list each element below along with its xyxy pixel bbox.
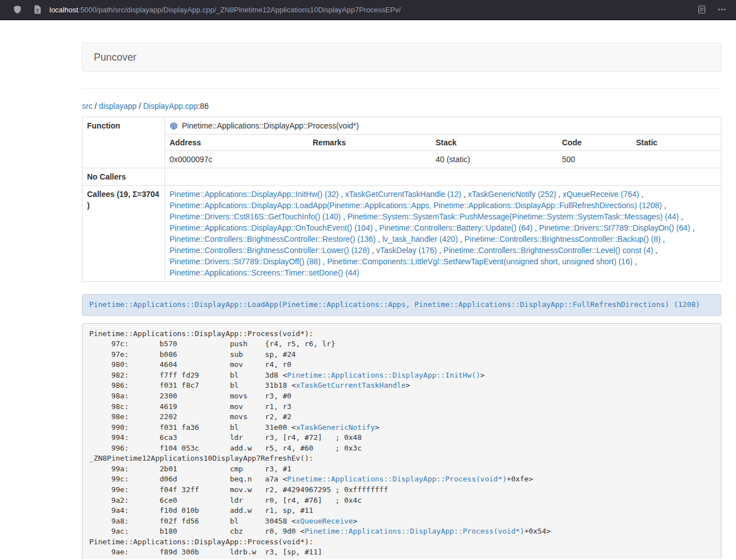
asm-symbol-link[interactable]: xQueueReceive [296, 517, 353, 525]
stats-row: 0x0000097c 40 (static) 500 [165, 151, 721, 168]
callee-link[interactable]: Pinetime::Controllers::BrightnessControl… [170, 235, 376, 244]
function-row-label: Function [83, 117, 165, 168]
brand-link[interactable]: Puncover [83, 43, 148, 71]
asm-line: 994: 6ca3 ldr r3, [r4, #72] ; 0x48 [89, 433, 714, 443]
reader-glyph [697, 5, 706, 14]
callee-separator: , [458, 235, 465, 244]
browser-toolbar: localhost:5000/path/src/displayapp/Displ… [0, 0, 736, 20]
callee-link[interactable]: lv_task_handler (420) [382, 235, 458, 244]
callee-link[interactable]: Pinetime::Components::LittleVgl::SetNewT… [327, 257, 633, 266]
callee-separator: , [461, 190, 468, 199]
callee-separator: , [661, 235, 665, 244]
function-cell: Pinetime::Applications::DisplayApp::Proc… [165, 117, 721, 168]
asm-symbol-link[interactable]: Pinetime::Applications::DisplayApp::Init… [287, 371, 480, 379]
callee-link[interactable]: xTaskGetCurrentTaskHandle (12) [345, 190, 461, 199]
callee-separator: , [437, 246, 444, 255]
asm-line: 97c: b570 push {r4, r5, r6, lr} [89, 339, 714, 350]
shield-glyph [13, 5, 22, 14]
content-container: Puncover src / displayapp / DisplayApp.c… [82, 43, 721, 559]
callee-separator: , [339, 190, 345, 199]
asm-line: 9a8: f02f fd56 bl 30458 <xQueueReceive> [89, 516, 714, 527]
asm-line: 99e: f04f 32ff mov.w r2, #4294967295 ; 0… [89, 485, 714, 495]
asm-symbol-link[interactable]: Pinetime::Applications::DisplayApp::Proc… [287, 475, 506, 483]
column-header-code: Code [557, 135, 632, 151]
asm-line: 98a: 2300 movs r3, #0 [89, 391, 714, 402]
page-glyph [34, 5, 42, 14]
highlighted-callee-link[interactable]: Pinetime::Applications::DisplayApp::Load… [89, 300, 700, 309]
callee-link[interactable]: xQueueReceive (764) [563, 190, 639, 199]
callee-link[interactable]: vTaskDelay (176) [376, 246, 437, 255]
callee-link[interactable]: Pinetime::Drivers::Cst816S::GetTouchInfo… [170, 212, 341, 221]
reader-mode-icon[interactable] [696, 3, 708, 16]
function-title: Pinetime::Applications::DisplayApp::Proc… [165, 117, 721, 135]
breadcrumb-link-displayapp[interactable]: displayapp [99, 102, 136, 111]
callee-link[interactable]: Pinetime::Applications::DisplayApp::Load… [170, 201, 662, 210]
url-bar[interactable]: localhost:5000/path/src/displayapp/Displ… [49, 6, 689, 14]
callee-link[interactable]: Pinetime::Applications::DisplayApp::Init… [170, 190, 339, 199]
page: Puncover src / displayapp / DisplayApp.c… [0, 20, 736, 559]
url-path: :5000/path/src/displayapp/DisplayApp.cpp… [78, 6, 401, 14]
asm-line: 99a: 2b01 cmp r3, #1 [89, 464, 714, 475]
asm-line: 980: 4604 mov r4, r0 [89, 360, 714, 370]
asm-line: 982: f7ff fd29 bl 3d8 <Pinetime::Applica… [89, 370, 714, 381]
callee-separator: , [373, 223, 380, 232]
callee-separator: , [679, 212, 683, 221]
callee-link[interactable]: Pinetime::Applications::DisplayApp::OnTo… [170, 223, 373, 232]
callee-link[interactable]: Pinetime::Controllers::Battery::Update()… [380, 223, 533, 232]
callee-link[interactable]: Pinetime::Controllers::BrightnessControl… [464, 235, 660, 244]
callee-link[interactable]: Pinetime::Drivers::St7789::DisplayOff() … [170, 257, 321, 266]
stack-cell: 40 (static) [431, 151, 557, 168]
breadcrumb: src / displayapp / DisplayApp.cpp:86 [82, 100, 721, 112]
callee-separator: , [321, 257, 327, 266]
callee-link[interactable]: Pinetime::Controllers::BrightnessControl… [444, 246, 653, 255]
asm-symbol-link[interactable]: Pinetime::Applications::DisplayApp::Proc… [305, 527, 524, 535]
breadcrumb-separator: / [136, 102, 143, 111]
asm-line: 986: f031 f8c7 bl 31b18 <xTaskGetCurrent… [89, 380, 714, 391]
asm-line: 9a4: f10d 010b add.w r1, sp, #11 [89, 506, 714, 516]
asm-symbol-link[interactable]: xTaskGenericNotify [296, 423, 375, 432]
callees-row: Callees (19, Σ=3704 ) Pinetime::Applicat… [83, 186, 721, 282]
callee-link[interactable]: Pinetime::Applications::Screens::Timer::… [170, 268, 359, 277]
no-callers-label: No Callers [83, 168, 165, 186]
column-header-address: Address [165, 135, 308, 151]
static-cell [632, 151, 721, 168]
breadcrumb-separator: / [93, 102, 99, 111]
callee-separator: , [369, 246, 376, 255]
asm-line: 990: f031 fa36 bl 31e00 <xTaskGenericNot… [89, 423, 714, 433]
callee-separator: , [633, 257, 637, 266]
callee-link[interactable]: xTaskGenericNotify (252) [468, 190, 556, 199]
symbol-table: Function Pinetime::Applications::Display… [82, 117, 721, 282]
tracking-protection-shield-icon[interactable] [11, 3, 24, 16]
function-icon [170, 122, 178, 130]
asm-symbol-link[interactable]: xTaskGetCurrentTaskHandle [296, 381, 406, 389]
callee-separator: , [653, 246, 657, 255]
callee-link[interactable]: Pinetime::Drivers::St7789::DisplayOn() (… [539, 223, 690, 232]
breadcrumb-link-src[interactable]: src [82, 102, 93, 111]
callee-separator: , [533, 223, 540, 232]
callers-cell [165, 168, 721, 186]
page-info-icon[interactable] [31, 3, 44, 16]
callee-separator: , [556, 190, 563, 199]
asm-line: 9b2: 2b0a cmp r3, #10 [89, 558, 714, 559]
asm-line: Pinetime::Applications::DisplayApp::Proc… [89, 329, 714, 339]
breadcrumb-link-displayapp-cpp[interactable]: DisplayApp.cpp [143, 102, 198, 111]
callees-cell: Pinetime::Applications::DisplayApp::Init… [165, 186, 721, 282]
column-header-remarks: Remarks [308, 135, 431, 151]
navbar: Puncover [82, 43, 721, 72]
url-host: localhost [49, 6, 78, 14]
address-cell: 0x0000097c [165, 151, 308, 168]
more-menu-icon[interactable] [716, 3, 728, 16]
callee-link[interactable]: Pinetime::System::SystemTask::PushMessag… [348, 212, 679, 221]
callee-separator: , [691, 223, 695, 232]
asm-line: 98e: 2202 movs r2, #2 [89, 412, 714, 423]
asm-line: 9ac: b180 cbz r0, 9d0 <Pinetime::Applica… [89, 526, 714, 537]
callee-separator: , [376, 235, 382, 244]
function-stats-table: AddressRemarksStackCodeStatic 0x0000097c… [165, 135, 721, 168]
asm-line: Pinetime::Applications::DisplayApp::Proc… [89, 537, 714, 548]
callee-link[interactable]: Pinetime::Controllers::BrightnessControl… [170, 246, 369, 255]
breadcrumb-line-number: :86 [198, 102, 208, 111]
cube-glyph [170, 122, 178, 130]
remarks-cell [308, 151, 431, 168]
disassembly-block: Pinetime::Applications::DisplayApp::Proc… [82, 323, 721, 559]
asm-line: 99c: d06d beq.n a7a <Pinetime::Applicati… [89, 474, 714, 485]
